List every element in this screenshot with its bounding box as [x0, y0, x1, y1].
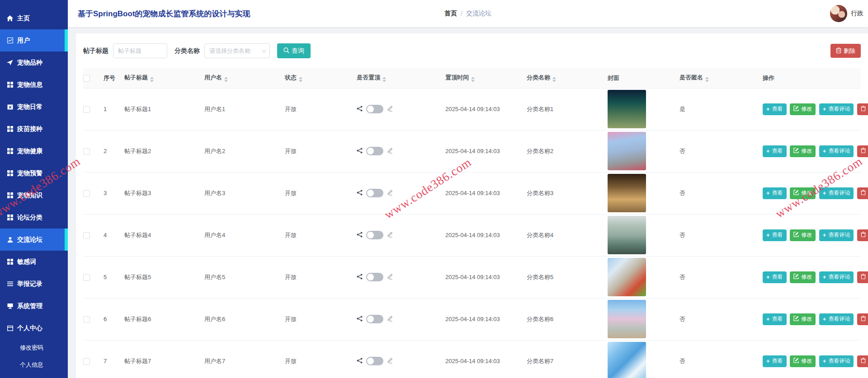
edit-button[interactable]: 修改	[790, 229, 816, 241]
edit-pencil-icon[interactable]	[387, 274, 393, 281]
user-box[interactable]: 行政	[830, 5, 863, 22]
edit-button[interactable]: 修改	[790, 187, 816, 199]
cover-image[interactable]	[608, 300, 646, 338]
batch-delete-button[interactable]: 删除	[830, 44, 861, 58]
delete-button[interactable]: 删除	[857, 355, 868, 367]
sidebar-item-pet-breed[interactable]: 宠物品种	[0, 51, 68, 74]
view-comments-button[interactable]: +查看评论	[819, 229, 854, 241]
category-select[interactable]: 请选择分类名称	[204, 43, 270, 58]
cover-image[interactable]	[608, 258, 646, 296]
view-comments-button[interactable]: +查看评论	[819, 313, 854, 325]
sidebar-item-personal-center[interactable]: 个人中心	[0, 317, 68, 339]
pin-toggle[interactable]	[366, 189, 383, 197]
sort-icon[interactable]	[299, 77, 302, 82]
edit-button[interactable]: 修改	[790, 145, 816, 157]
view-button[interactable]: +查看	[763, 145, 787, 157]
row-checkbox[interactable]	[83, 232, 90, 239]
row-checkbox[interactable]	[83, 316, 90, 323]
edit-pencil-icon[interactable]	[387, 316, 393, 323]
row-checkbox[interactable]	[83, 190, 90, 197]
sidebar-item-label: 举报记录	[17, 280, 42, 288]
view-comments-button[interactable]: +查看评论	[819, 145, 854, 157]
plus-icon: +	[766, 148, 770, 154]
title-filter-input[interactable]	[113, 43, 167, 58]
view-comments-button[interactable]: +查看评论	[819, 271, 854, 283]
sort-icon[interactable]	[224, 77, 228, 82]
trash-icon	[861, 190, 866, 196]
row-checkbox[interactable]	[83, 358, 90, 365]
view-comments-button[interactable]: +查看评论	[819, 187, 854, 199]
sidebar-item-pet-daily[interactable]: 宠物日常	[0, 96, 68, 118]
delete-button[interactable]: 删除	[857, 229, 868, 241]
view-button[interactable]: +查看	[763, 103, 787, 115]
view-button[interactable]: +查看	[763, 313, 787, 325]
delete-button[interactable]: 删除	[857, 145, 868, 157]
sidebar-item-forum-category[interactable]: 论坛分类	[0, 206, 68, 229]
edit-pencil-icon[interactable]	[387, 190, 393, 197]
breadcrumb-current[interactable]: 交流论坛	[466, 9, 491, 18]
delete-button[interactable]: 删除	[857, 271, 868, 283]
edit-button[interactable]: 修改	[790, 355, 816, 367]
sidebar-item-home[interactable]: 主页	[0, 7, 68, 29]
view-button[interactable]: +查看	[763, 355, 787, 367]
view-button[interactable]: +查看	[763, 229, 787, 241]
sidebar-item-report-records[interactable]: 举报记录	[0, 273, 68, 295]
cover-image[interactable]	[608, 132, 646, 170]
sidebar-item-vaccination[interactable]: 疫苗接种	[0, 118, 68, 140]
cover-image[interactable]	[608, 90, 646, 128]
pin-toggle[interactable]	[366, 147, 383, 155]
row-index: 2	[104, 130, 124, 172]
sort-icon[interactable]	[552, 77, 556, 82]
search-button[interactable]: 查询	[277, 43, 311, 58]
edit-button[interactable]: 修改	[790, 313, 816, 325]
row-index: 7	[104, 340, 124, 378]
cover-image[interactable]	[608, 342, 646, 378]
sidebar-item-users[interactable]: 用户	[0, 29, 68, 51]
sidebar-item-system-management[interactable]: 系统管理	[0, 295, 68, 317]
sidebar-item-forum[interactable]: 交流论坛	[0, 229, 68, 251]
row-checkbox[interactable]	[83, 148, 90, 155]
row-username: 用户名4	[204, 214, 285, 256]
sidebar-item-personal-info[interactable]: 个人信息	[0, 356, 68, 373]
delete-button[interactable]: 删除	[857, 313, 868, 325]
delete-button[interactable]: 删除	[857, 103, 868, 115]
edit-button[interactable]: 修改	[790, 271, 816, 283]
edit-pencil-icon[interactable]	[387, 358, 393, 365]
pin-toggle[interactable]	[366, 273, 383, 281]
row-pin-time: 2025-04-14 09:14:03	[445, 214, 527, 256]
avatar[interactable]	[830, 5, 847, 22]
row-index: 3	[104, 172, 124, 214]
pin-toggle[interactable]	[366, 231, 383, 239]
edit-pencil-icon[interactable]	[387, 148, 393, 155]
pin-toggle[interactable]	[366, 105, 383, 113]
sidebar-item-pet-warning[interactable]: 宠物预警	[0, 162, 68, 184]
cover-image[interactable]	[608, 174, 646, 212]
edit-pencil-icon[interactable]	[387, 232, 393, 239]
edit-pencil-icon[interactable]	[387, 106, 393, 113]
pin-toggle[interactable]	[366, 315, 383, 323]
sidebar-item-sensitive-words[interactable]: 敏感词	[0, 251, 68, 273]
sort-icon[interactable]	[150, 77, 154, 82]
sidebar-item-pet-info[interactable]: 宠物信息	[0, 74, 68, 96]
view-button[interactable]: +查看	[763, 187, 787, 199]
view-comments-button[interactable]: +查看评论	[819, 103, 854, 115]
cover-image[interactable]	[608, 216, 646, 254]
view-button[interactable]: +查看	[763, 271, 787, 283]
breadcrumb-home[interactable]: 首页	[444, 9, 457, 18]
edit-icon	[793, 190, 799, 196]
sort-icon[interactable]	[471, 77, 475, 82]
view-comments-button[interactable]: +查看评论	[819, 355, 854, 367]
sidebar-item-pet-knowledge[interactable]: 宠物知识	[0, 184, 68, 206]
row-checkbox[interactable]	[83, 274, 90, 281]
delete-button[interactable]: 删除	[857, 187, 868, 199]
sidebar-item-pet-health[interactable]: 宠物健康	[0, 140, 68, 162]
sort-icon[interactable]	[382, 77, 386, 82]
row-pin-time: 2025-04-14 09:14:03	[445, 256, 527, 298]
row-checkbox[interactable]	[83, 106, 90, 113]
search-icon	[283, 47, 289, 55]
sidebar-item-change-password[interactable]: 修改密码	[0, 339, 68, 356]
edit-button[interactable]: 修改	[790, 103, 816, 115]
pin-toggle[interactable]	[366, 357, 383, 365]
select-all-checkbox[interactable]	[83, 75, 90, 82]
sort-icon[interactable]	[705, 77, 709, 82]
